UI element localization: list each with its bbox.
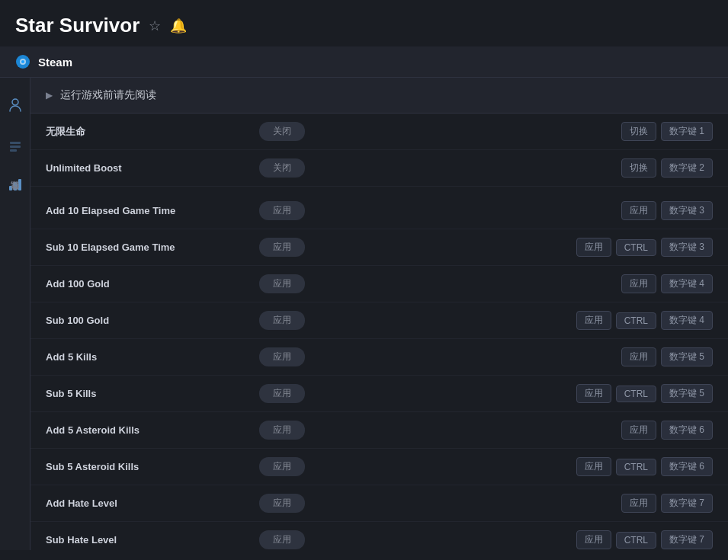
cheat-name: Add 5 Asteroid Kills	[46, 424, 259, 436]
hotkey-group: 应用CTRL数字键 7	[576, 530, 713, 549]
cheat-name: Sub 5 Kills	[46, 388, 259, 399]
cheat-list: 无限生命关闭切换数字键 1Unlimited Boost关闭切换数字键 2Add…	[30, 114, 728, 550]
cheat-row: Sub 5 Asteroid Kills应用应用CTRL数字键 6	[30, 449, 728, 485]
cheat-row: Add 100 Gold应用应用数字键 4	[30, 266, 728, 302]
cheat-row: 无限生命关闭切换数字键 1	[30, 114, 728, 150]
hotkey-ctrl-tag: CTRL	[616, 532, 656, 549]
svg-rect-9	[18, 179, 21, 190]
cheat-row: Sub 100 Gold应用应用CTRL数字键 4	[30, 302, 728, 339]
cheat-row: Add Hate Level应用应用数字键 7	[30, 485, 728, 522]
svg-rect-5	[10, 146, 21, 148]
hotkey-action-tag: 应用	[621, 494, 656, 513]
hotkey-action-tag: 应用	[621, 421, 656, 440]
toggle-button[interactable]: 关闭	[259, 122, 305, 141]
cheat-name: Sub 100 Gold	[46, 315, 259, 326]
apply-button[interactable]: 应用	[259, 530, 305, 549]
hotkey-action-tag: 应用	[621, 274, 656, 293]
steam-bar: Steam	[0, 46, 728, 78]
cheat-name: Add 5 Kills	[46, 351, 259, 363]
hotkey-group: 切换数字键 1	[621, 122, 713, 141]
apply-button[interactable]: 应用	[259, 384, 305, 403]
hotkey-group: 应用CTRL数字键 4	[576, 311, 713, 330]
hotkey-ctrl-tag: CTRL	[616, 459, 656, 475]
hotkey-ctrl-tag: CTRL	[616, 386, 656, 402]
hotkey-num-tag: 数字键 5	[661, 347, 713, 366]
section-header[interactable]: ▶ 运行游戏前请先阅读	[30, 78, 728, 114]
hotkey-num-tag: 数字键 4	[661, 274, 713, 293]
hotkey-ctrl-tag: CTRL	[616, 312, 656, 329]
hotkey-num-tag: 数字键 4	[661, 311, 713, 330]
hotkey-action-tag: 应用	[621, 201, 656, 220]
hotkey-num-tag: 数字键 1	[661, 122, 713, 141]
svg-point-3	[12, 99, 18, 105]
apply-button[interactable]: 应用	[259, 238, 305, 257]
hotkey-action-tag: 切换	[621, 158, 656, 178]
apply-button[interactable]: 应用	[259, 457, 305, 476]
hotkey-action-tag: 应用	[576, 238, 611, 257]
sidebar-stat-label: 统计数据	[9, 195, 21, 198]
hotkey-group: 应用数字键 3	[621, 201, 713, 220]
hotkey-action-tag: 应用	[576, 457, 611, 476]
hotkey-num-tag: 数字键 3	[661, 201, 713, 220]
hotkey-num-tag: 数字键 6	[661, 421, 713, 440]
hotkey-action-tag: 应用	[576, 530, 611, 549]
steam-logo-icon	[15, 54, 30, 69]
star-icon[interactable]: ☆	[149, 18, 161, 34]
section-divider	[30, 187, 728, 193]
main-layout: 统计数据 ▶ 运行游戏前请先阅读 无限生命关闭切换数字键 1Unlimited …	[0, 78, 728, 550]
hotkey-ctrl-tag: CTRL	[616, 239, 656, 256]
hotkey-group: 应用数字键 4	[621, 274, 713, 293]
apply-button[interactable]: 应用	[259, 274, 305, 293]
cheat-name: Unlimited Boost	[46, 162, 259, 174]
hotkey-group: 切换数字键 2	[621, 158, 713, 178]
apply-button[interactable]: 应用	[259, 311, 305, 330]
cheat-row: Unlimited Boost关闭切换数字键 2	[30, 150, 728, 187]
hotkey-action-tag: 应用	[621, 347, 656, 366]
cheat-row: Sub Hate Level应用应用CTRL数字键 7	[30, 522, 728, 550]
hotkey-action-tag: 应用	[576, 311, 611, 330]
svg-rect-7	[9, 186, 12, 190]
hotkey-group: 应用CTRL数字键 6	[576, 457, 713, 476]
app-title: Star Survivor	[15, 14, 140, 37]
cheat-row: Add 5 Asteroid Kills应用应用数字键 6	[30, 412, 728, 449]
hotkey-group: 应用数字键 7	[621, 494, 713, 513]
hotkey-group: 应用CTRL数字键 5	[576, 384, 713, 403]
hotkey-action-tag: 应用	[576, 384, 611, 403]
apply-button[interactable]: 应用	[259, 421, 305, 440]
cheat-name: Sub Hate Level	[46, 534, 259, 546]
hotkey-num-tag: 数字键 2	[661, 158, 713, 178]
cheat-row: Sub 5 Kills应用应用CTRL数字键 5	[30, 376, 728, 412]
content-area: ▶ 运行游戏前请先阅读 无限生命关闭切换数字键 1Unlimited Boost…	[30, 78, 728, 550]
cheat-row: Add 10 Elapsed Game Time应用应用数字键 3	[30, 193, 728, 229]
hotkey-group: 应用数字键 5	[621, 347, 713, 366]
cheat-row: Sub 10 Elapsed Game Time应用应用CTRL数字键 3	[30, 229, 728, 266]
hotkey-group: 应用CTRL数字键 3	[576, 238, 713, 257]
cheat-row: Add 5 Kills应用应用数字键 5	[30, 339, 728, 376]
hotkey-num-tag: 数字键 5	[661, 384, 713, 403]
sidebar-book-icon[interactable]	[3, 135, 27, 163]
hotkey-num-tag: 数字键 3	[661, 238, 713, 257]
cheat-name: Sub 5 Asteroid Kills	[46, 461, 259, 472]
apply-button[interactable]: 应用	[259, 494, 305, 513]
app-header: Star Survivor ☆ 🔔	[0, 0, 728, 46]
hotkey-num-tag: 数字键 7	[661, 494, 713, 513]
sidebar-chart-area[interactable]: 统计数据	[8, 177, 23, 198]
svg-rect-4	[10, 142, 21, 144]
hotkey-num-tag: 数字键 6	[661, 457, 713, 476]
cheat-name: 无限生命	[46, 125, 259, 139]
apply-button[interactable]: 应用	[259, 201, 305, 220]
svg-point-2	[21, 60, 24, 63]
sidebar: 统计数据	[0, 78, 30, 550]
bell-icon[interactable]: 🔔	[170, 18, 187, 34]
sidebar-person-icon[interactable]	[3, 93, 27, 121]
section-chevron-icon: ▶	[46, 90, 53, 101]
section-title: 运行游戏前请先阅读	[60, 88, 156, 102]
hotkey-action-tag: 切换	[621, 122, 656, 141]
svg-rect-6	[10, 149, 17, 152]
apply-button[interactable]: 应用	[259, 347, 305, 366]
svg-rect-8	[14, 182, 17, 190]
toggle-button[interactable]: 关闭	[259, 158, 305, 178]
cheat-name: Add Hate Level	[46, 498, 259, 509]
hotkey-group: 应用数字键 6	[621, 421, 713, 440]
cheat-name: Sub 10 Elapsed Game Time	[46, 242, 259, 253]
